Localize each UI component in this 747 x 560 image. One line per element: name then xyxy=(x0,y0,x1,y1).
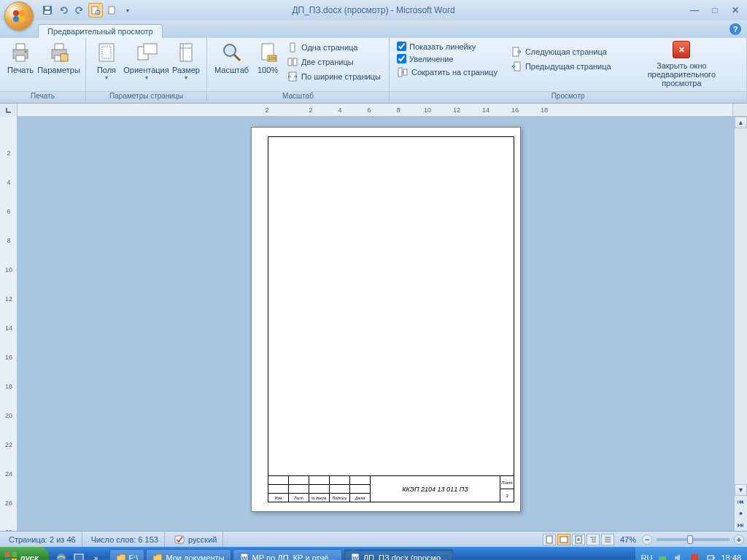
svg-point-0 xyxy=(13,10,19,16)
group-zoom: Масштаб 100 100% Одна страница Две стран… xyxy=(207,38,390,103)
svg-rect-34 xyxy=(398,68,402,77)
svg-text:W: W xyxy=(241,555,247,560)
svg-rect-39 xyxy=(546,536,552,543)
task-word-doc-1[interactable]: WМР по ДП, КР и отчё... xyxy=(233,549,342,560)
svg-rect-54 xyxy=(74,554,83,560)
shrink-to-fit-button[interactable]: Сократить на страницу xyxy=(394,66,500,79)
svg-rect-40 xyxy=(560,537,568,542)
word-doc-icon: W xyxy=(350,553,360,560)
view-fullscreen-button[interactable] xyxy=(557,534,570,545)
task-my-documents[interactable]: Мои документы xyxy=(146,549,231,560)
browse-object-icon[interactable]: ● xyxy=(735,508,747,519)
margins-button[interactable]: Поля xyxy=(90,39,123,82)
prev-page-button[interactable]: Предыдущая страница xyxy=(508,60,614,73)
options-button[interactable]: Параметры xyxy=(36,39,81,76)
vertical-scrollbar[interactable]: ▲ ▼ ⏮ ● ⏭ xyxy=(734,117,747,531)
magnifier-checkbox[interactable]: Увеличение xyxy=(394,53,500,64)
horizontal-ruler[interactable]: 224681012141618 xyxy=(0,104,747,117)
undo-icon[interactable] xyxy=(56,3,71,18)
vertical-ruler[interactable]: 246810121416182022242628 xyxy=(0,117,18,531)
start-button[interactable]: пуск xyxy=(0,547,49,560)
zoom-out-button[interactable]: − xyxy=(642,534,652,545)
status-zoom[interactable]: 47% xyxy=(616,535,640,544)
task-word-doc-2[interactable]: WДП_ПЗ.docx (просмо... xyxy=(344,549,454,560)
close-preview-button[interactable]: ✕ Закрыть окно предварительного просмотр… xyxy=(622,39,742,89)
page-frame: ИзмЛист№ докум.ПодписьДата ККЭП 2104 13 … xyxy=(268,136,514,502)
ql-chevron-icon[interactable]: » xyxy=(88,549,104,560)
prev-page-nav-icon[interactable]: ⏮ xyxy=(735,496,747,508)
tray-clock[interactable]: 18:48 xyxy=(721,553,741,560)
svg-text:100: 100 xyxy=(268,56,276,61)
view-print-layout-button[interactable] xyxy=(543,534,556,545)
show-ruler-checkbox[interactable]: Показать линейку xyxy=(394,41,500,52)
group-preview: Показать линейку Увеличение Сократить на… xyxy=(390,38,747,103)
next-page-button[interactable]: Следующая страница xyxy=(508,45,614,58)
group-print: Печать Параметры Печать xyxy=(0,38,86,103)
one-page-icon xyxy=(287,42,298,53)
tray-shield-icon[interactable] xyxy=(689,552,700,560)
magnifier-icon xyxy=(220,41,244,64)
page-100-icon: 100 xyxy=(256,41,279,64)
status-page[interactable]: Страница: 2 из 46 xyxy=(3,532,82,547)
next-page-nav-icon[interactable]: ⏭ xyxy=(735,519,747,531)
tray-volume-icon[interactable] xyxy=(673,552,684,560)
taskbar: пуск » F:\ Мои документы WМР по ДП, КР и… xyxy=(0,547,747,560)
page-preview: ИзмЛист№ докум.ПодписьДата ККЭП 2104 13 … xyxy=(251,127,521,512)
window-controls: ― □ ✕ xyxy=(687,4,743,16)
page-width-button[interactable]: По ширине страницы xyxy=(284,70,384,83)
page-width-icon xyxy=(287,71,298,82)
view-outline-button[interactable] xyxy=(587,534,600,545)
document-area: 246810121416182022242628 ИзмЛист№ докум.… xyxy=(0,117,747,531)
svg-rect-32 xyxy=(293,58,297,66)
new-doc-icon[interactable] xyxy=(104,3,119,18)
size-icon xyxy=(174,41,198,64)
folder-icon xyxy=(116,553,126,560)
qat-dropdown-icon[interactable]: ▾ xyxy=(120,3,135,18)
group-page-setup: Поля Ориентация Размер Параметры страниц… xyxy=(86,38,207,103)
windows-logo-icon xyxy=(4,551,18,560)
print-preview-icon[interactable] xyxy=(88,3,103,18)
tray-power-icon[interactable] xyxy=(705,552,716,560)
quick-launch: » xyxy=(49,549,109,560)
svg-rect-17 xyxy=(61,54,68,61)
task-explorer-f[interactable]: F:\ xyxy=(109,549,145,560)
printer-options-icon xyxy=(47,41,71,64)
tray-language[interactable]: RU xyxy=(641,553,653,560)
tab-selector[interactable] xyxy=(0,104,18,117)
view-web-button[interactable] xyxy=(572,534,585,545)
tab-print-preview[interactable]: Предварительный просмотр xyxy=(38,24,163,38)
ruler-toggle[interactable] xyxy=(732,104,747,116)
document-canvas[interactable]: ИзмЛист№ докум.ПодписьДата ККЭП 2104 13 … xyxy=(18,117,734,531)
ie-icon[interactable] xyxy=(53,549,69,560)
one-page-button[interactable]: Одна страница xyxy=(284,41,384,54)
maximize-button[interactable]: □ xyxy=(708,4,722,16)
zoom-button[interactable]: Масштаб xyxy=(212,39,252,76)
size-button[interactable]: Размер xyxy=(170,39,202,82)
svg-text:W: W xyxy=(352,555,358,560)
status-language[interactable]: русский xyxy=(168,532,223,547)
office-button[interactable] xyxy=(4,1,34,31)
status-words[interactable]: Число слов: 6 153 xyxy=(85,532,165,547)
svg-rect-49 xyxy=(5,552,10,557)
close-button[interactable]: ✕ xyxy=(728,4,743,16)
folder-icon xyxy=(152,553,163,560)
svg-point-13 xyxy=(25,51,27,53)
svg-point-25 xyxy=(224,44,236,56)
print-button[interactable]: Печать xyxy=(4,39,36,76)
zoom-100-button[interactable]: 100 100% xyxy=(252,39,284,76)
help-icon[interactable]: ? xyxy=(729,23,741,35)
tray-safely-remove-icon[interactable] xyxy=(657,552,668,560)
show-desktop-icon[interactable] xyxy=(71,549,87,560)
spellcheck-icon xyxy=(174,534,185,545)
view-draft-button[interactable] xyxy=(601,534,614,545)
orientation-button[interactable]: Ориентация xyxy=(123,39,170,82)
zoom-slider[interactable] xyxy=(657,538,729,541)
zoom-in-button[interactable]: + xyxy=(734,534,744,545)
redo-icon[interactable] xyxy=(72,3,87,18)
scroll-down-icon[interactable]: ▼ xyxy=(735,484,747,496)
two-pages-button[interactable]: Две страницы xyxy=(284,55,384,69)
svg-rect-62 xyxy=(713,557,715,559)
scroll-up-icon[interactable]: ▲ xyxy=(735,117,747,128)
minimize-button[interactable]: ― xyxy=(687,4,702,16)
save-icon[interactable] xyxy=(40,3,55,18)
